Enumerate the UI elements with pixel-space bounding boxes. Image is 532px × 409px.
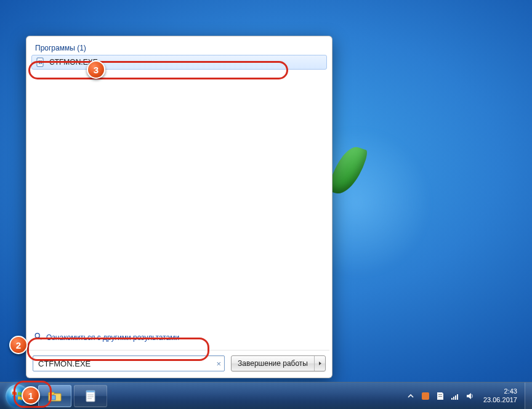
shutdown-split-button: Завершение работы [231, 355, 326, 371]
results-group-header: Программы (1) [31, 43, 327, 55]
action-center-icon[interactable] [435, 391, 445, 401]
see-more-label: Ознакомиться с другими результатами [46, 333, 179, 342]
see-more-results[interactable]: Ознакомиться с другими результатами [31, 328, 327, 347]
svg-rect-14 [451, 398, 453, 400]
shutdown-button[interactable]: Завершение работы [232, 356, 314, 371]
svg-rect-15 [453, 397, 454, 400]
start-menu: Программы (1) CTFMON.EXE Ознакомиться с … [26, 36, 332, 378]
result-item-ctfmon[interactable]: CTFMON.EXE [31, 55, 327, 70]
svg-rect-12 [438, 394, 442, 395]
chevron-right-icon [318, 361, 323, 366]
svg-rect-11 [422, 392, 429, 400]
tray-date: 23.06.2017 [483, 396, 517, 405]
search-icon [34, 332, 42, 342]
start-menu-bottom-row: × Завершение работы [29, 350, 329, 375]
svg-rect-17 [457, 394, 458, 400]
taskbar-items [34, 383, 111, 409]
file-exe-icon [36, 57, 46, 67]
shutdown-menu-arrow[interactable] [314, 356, 325, 371]
svg-rect-5 [50, 395, 55, 400]
result-item-label: CTFMON.EXE [49, 58, 98, 67]
notepad-icon [84, 389, 97, 403]
tray-clock[interactable]: 2:43 23.06.2017 [480, 385, 521, 407]
taskbar: 2:43 23.06.2017 [0, 382, 532, 409]
tray-app-icon[interactable] [421, 391, 430, 401]
taskbar-item-notepad[interactable] [74, 385, 107, 407]
svg-line-2 [39, 338, 42, 340]
windows-orb-icon [6, 384, 29, 408]
svg-rect-13 [438, 396, 442, 397]
system-tray: 2:43 23.06.2017 [402, 383, 525, 409]
tray-time: 2:43 [483, 387, 517, 396]
search-field-wrap: × [33, 355, 225, 371]
svg-rect-16 [455, 395, 456, 400]
svg-rect-4 [49, 392, 54, 395]
volume-icon[interactable] [465, 391, 475, 401]
clear-search-icon[interactable]: × [217, 359, 222, 368]
search-results-area: Программы (1) CTFMON.EXE Ознакомиться с … [29, 39, 329, 350]
tray-overflow-chevron-icon[interactable] [406, 391, 416, 401]
show-desktop-button[interactable] [525, 383, 532, 409]
folder-icon [47, 390, 62, 402]
start-button[interactable] [0, 383, 34, 409]
results-spacer [31, 70, 327, 328]
wallpaper-leaf [327, 142, 368, 199]
annotation-badge-2: 2 [9, 336, 28, 354]
svg-rect-7 [86, 391, 95, 392]
search-input[interactable] [33, 355, 225, 371]
taskbar-item-explorer[interactable] [38, 385, 71, 407]
desktop: Программы (1) CTFMON.EXE Ознакомиться с … [0, 0, 532, 409]
network-icon[interactable] [450, 391, 460, 401]
shutdown-label: Завершение работы [238, 359, 308, 368]
svg-point-1 [35, 333, 39, 338]
